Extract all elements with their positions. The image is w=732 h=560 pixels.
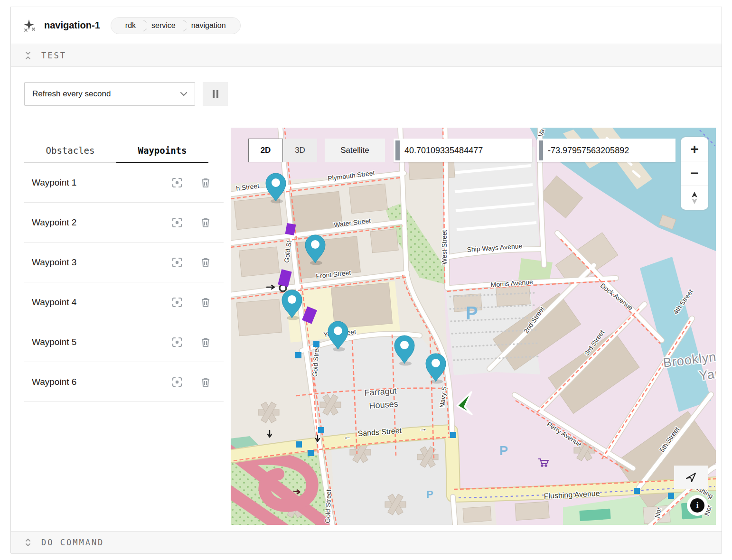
delete-waypoint-icon[interactable] bbox=[200, 217, 211, 228]
breadcrumb: rdk service navigation bbox=[111, 17, 241, 34]
map-pool bbox=[579, 509, 610, 521]
longitude-input[interactable] bbox=[548, 146, 669, 156]
waypoint-name: Waypoint 3 bbox=[32, 257, 171, 268]
navigation-map[interactable]: P P P Plymouth Street h Street Water Str… bbox=[231, 128, 716, 525]
focus-waypoint-icon[interactable] bbox=[171, 376, 183, 388]
waypoint-row: Waypoint 3 bbox=[24, 243, 224, 282]
delete-waypoint-icon[interactable] bbox=[200, 177, 211, 188]
chevron-down-icon bbox=[180, 92, 187, 96]
waypoint-row: Waypoint 4 bbox=[24, 282, 224, 322]
page-title: navigation-1 bbox=[44, 20, 100, 31]
focus-waypoint-icon[interactable] bbox=[171, 297, 183, 308]
expand-icon bbox=[24, 538, 32, 547]
map-yard-paved bbox=[448, 147, 539, 256]
obstacle[interactable] bbox=[285, 223, 296, 235]
pause-button[interactable] bbox=[203, 82, 228, 106]
focus-waypoint-icon[interactable] bbox=[171, 336, 183, 348]
focus-waypoint-icon[interactable] bbox=[171, 177, 183, 188]
breadcrumb-item: rdk bbox=[121, 21, 141, 30]
street-label: Gold Street bbox=[324, 489, 332, 523]
test-section-label: TEST bbox=[41, 51, 66, 60]
delete-waypoint-icon[interactable] bbox=[200, 297, 211, 308]
pause-icon bbox=[212, 90, 219, 98]
latitude-input[interactable] bbox=[404, 146, 526, 156]
waypoint-row: Waypoint 2 bbox=[24, 203, 224, 243]
drag-handle[interactable] bbox=[395, 140, 400, 160]
refresh-rate-value: Refresh every second bbox=[32, 89, 180, 99]
center-on-robot-button[interactable] bbox=[674, 466, 708, 489]
latitude-field bbox=[394, 139, 532, 162]
street-label: West Street bbox=[441, 230, 448, 264]
refresh-rate-select[interactable]: Refresh every second bbox=[24, 82, 195, 106]
map-attribution-button[interactable]: i bbox=[687, 495, 708, 516]
parking-icon: P bbox=[466, 303, 478, 323]
map-zoom-control: + − bbox=[681, 137, 708, 210]
waypoint-name: Waypoint 2 bbox=[32, 217, 171, 228]
longitude-field bbox=[537, 139, 676, 162]
collapse-icon bbox=[24, 51, 32, 60]
waypoint-name: Waypoint 6 bbox=[32, 377, 171, 387]
place-label: Houses bbox=[369, 399, 398, 411]
do-command-label: DO COMMAND bbox=[41, 538, 104, 547]
focus-waypoint-icon[interactable] bbox=[171, 217, 183, 228]
navigation-service-icon bbox=[23, 19, 37, 32]
zoom-in-button[interactable]: + bbox=[681, 137, 708, 161]
panel-tabs: Obstacles Waypoints bbox=[24, 139, 208, 163]
waypoints-panel: Obstacles Waypoints Waypoint 1 Waypoint … bbox=[24, 139, 224, 402]
sands-arrow-left: ← bbox=[343, 432, 351, 441]
district-label: Yard bbox=[698, 365, 716, 383]
waypoint-row: Waypoint 5 bbox=[24, 322, 224, 362]
tab-waypoints[interactable]: Waypoints bbox=[116, 139, 208, 163]
card-header: navigation-1 rdk service navigation bbox=[11, 7, 722, 44]
navigation-service-card: navigation-1 rdk service navigation TEST… bbox=[10, 7, 722, 553]
info-icon: i bbox=[690, 498, 704, 513]
tab-obstacles[interactable]: Obstacles bbox=[24, 139, 116, 163]
map-canvas[interactable]: P P P Plymouth Street h Street Water Str… bbox=[231, 128, 716, 525]
parking-icon: P bbox=[426, 488, 433, 500]
focus-waypoint-icon[interactable] bbox=[171, 257, 183, 268]
waypoint-name: Waypoint 1 bbox=[32, 177, 171, 188]
waypoint-row: Waypoint 1 bbox=[24, 163, 224, 203]
drag-handle[interactable] bbox=[539, 140, 543, 160]
map-mode-3d-button[interactable]: 3D bbox=[283, 139, 317, 162]
breadcrumb-chevron-icon bbox=[141, 20, 146, 31]
waypoint-name: Waypoint 4 bbox=[32, 297, 171, 308]
breadcrumb-item: service bbox=[147, 21, 180, 30]
map-mode-2d-button[interactable]: 2D bbox=[248, 139, 283, 162]
breadcrumb-chevron-icon bbox=[181, 20, 186, 31]
satellite-toggle-button[interactable]: Satellite bbox=[325, 139, 385, 162]
compass-needle-icon bbox=[690, 191, 699, 205]
delete-waypoint-icon[interactable] bbox=[200, 257, 211, 268]
waypoint-row: Waypoint 6 bbox=[24, 362, 224, 402]
locate-arrow-icon bbox=[685, 471, 697, 484]
waypoint-name: Waypoint 5 bbox=[32, 337, 171, 347]
compass-button[interactable] bbox=[681, 186, 708, 210]
zoom-out-button[interactable]: − bbox=[681, 161, 708, 186]
test-section-header[interactable]: TEST bbox=[11, 44, 722, 67]
delete-waypoint-icon[interactable] bbox=[200, 376, 211, 388]
parking-icon: P bbox=[499, 444, 508, 458]
sands-arrow-right: → bbox=[419, 424, 427, 433]
breadcrumb-item: navigation bbox=[187, 21, 231, 30]
do-command-section-header[interactable]: DO COMMAND bbox=[11, 531, 722, 554]
delete-waypoint-icon[interactable] bbox=[200, 336, 211, 348]
